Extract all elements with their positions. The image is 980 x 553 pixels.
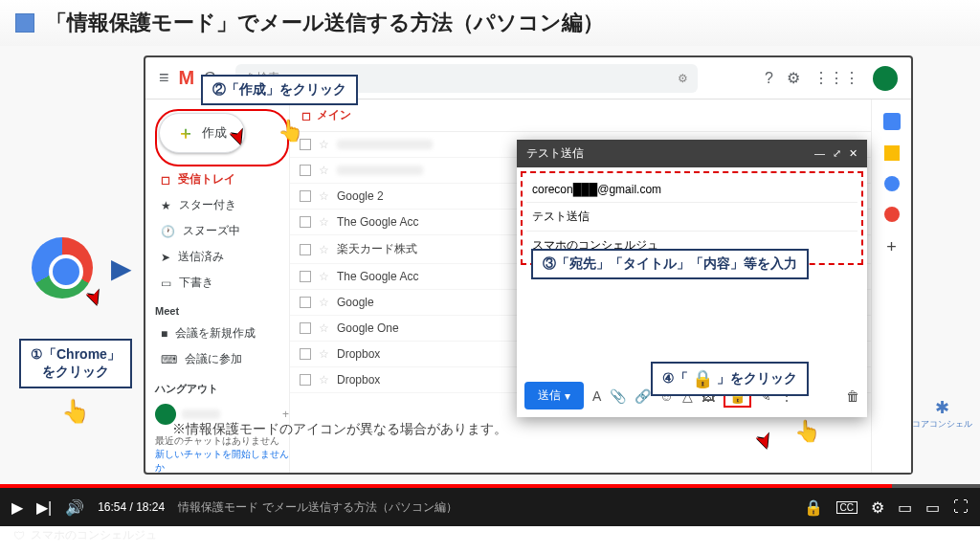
time-display: 16:54 / 18:24 — [98, 500, 165, 514]
theater-button[interactable]: ▭ — [925, 498, 940, 517]
apps-icon[interactable]: ⋮⋮⋮ — [813, 69, 859, 87]
contacts-icon[interactable] — [884, 207, 900, 222]
tune-icon[interactable]: ⚙ — [678, 72, 688, 85]
settings-icon[interactable]: ⚙ — [787, 69, 800, 87]
side-panel: + — [871, 100, 911, 473]
video-title-inline: 情報保護モード でメール送信する方法（パソコン編） — [178, 499, 457, 516]
lock-indicator-icon: 🔒 — [804, 498, 823, 517]
nav-inbox[interactable]: ◻受信トレイ — [155, 166, 289, 192]
calendar-icon[interactable] — [883, 113, 901, 130]
clock-icon: 🕐 — [161, 225, 175, 238]
nav-starred[interactable]: ★スター付き — [155, 192, 289, 218]
footnote-text: ※情報保護モードのアイコンが異なる場合があります。 — [172, 421, 507, 438]
miniplayer-button[interactable]: ▭ — [898, 498, 912, 517]
plus-icon: ＋ — [177, 122, 194, 144]
chat-empty-msg: 最近のチャットはありません 新しいチャットを開始しませんか — [155, 434, 289, 473]
compose-body-space[interactable] — [517, 269, 867, 374]
menu-icon[interactable]: ≡ — [159, 68, 169, 88]
inbox-icon: ◻ — [161, 173, 170, 187]
chat-start-link[interactable]: 新しいチャットを開始しませんか — [155, 449, 289, 473]
compose-header[interactable]: テスト送信 — ⤢ ✕ — [517, 140, 867, 167]
close-icon[interactable]: ✕ — [849, 147, 858, 160]
video-progress[interactable] — [0, 484, 980, 488]
slide-title: 「情報保護モード」でメール送信する方法（パソコン編） — [46, 9, 604, 37]
volume-button[interactable]: 🔊 — [65, 498, 84, 517]
play-button[interactable]: ▶ — [11, 498, 23, 517]
expand-icon[interactable]: ⤢ — [833, 147, 841, 160]
tap-gesture-icon: 👆 — [794, 419, 820, 444]
send-icon: ➤ — [161, 251, 170, 264]
lock-clock-icon: 🔒 — [692, 368, 713, 389]
send-button[interactable]: 送信▾ — [524, 382, 584, 409]
link-icon[interactable]: 🔗 — [635, 388, 651, 404]
captions-button[interactable]: CC — [836, 501, 858, 514]
primary-tab[interactable]: ◻メイン — [290, 100, 911, 132]
nav-drafts[interactable]: ▭下書き — [155, 270, 289, 296]
tap-gesture-icon: 👆 — [19, 398, 132, 425]
attach-icon[interactable]: 📎 — [610, 388, 626, 404]
channel-watermark[interactable]: 🛡 スマホのコンシェルジュ — [13, 527, 157, 543]
tap-gesture-icon: 👆 — [278, 119, 303, 144]
hangouts-header: ハングアウト — [155, 382, 289, 396]
help-icon[interactable]: ? — [765, 70, 773, 87]
keep-icon[interactable] — [884, 145, 900, 161]
meet-new[interactable]: ■会議を新規作成 — [155, 321, 289, 346]
keyboard-icon: ⌨ — [161, 353, 177, 366]
draft-icon: ▭ — [161, 276, 171, 290]
meet-join[interactable]: ⌨会議に参加 — [155, 346, 289, 372]
title-bullet-icon — [15, 13, 34, 33]
video-icon: ■ — [161, 327, 167, 341]
trash-icon[interactable]: 🗑 — [846, 388, 859, 404]
dropdown-icon[interactable]: ▾ — [565, 389, 570, 403]
slide-title-bar: 「情報保護モード」でメール送信する方法（パソコン編） — [0, 0, 980, 46]
meet-header: Meet — [155, 305, 289, 317]
gmail-sidebar: ＋ 作成 ◻受信トレイ ★スター付き 🕐スヌーズ中 ➤送信済み ▭下書き Mee… — [145, 100, 289, 473]
video-player-bar: ▶ ▶| 🔊 16:54 / 18:24 情報保護モード でメール送信する方法（… — [0, 488, 980, 526]
addon-plus-icon[interactable]: + — [886, 237, 897, 257]
format-icon[interactable]: A — [592, 388, 601, 404]
shield-icon: 🛡 — [13, 529, 25, 542]
account-avatar[interactable] — [873, 66, 898, 91]
next-button[interactable]: ▶| — [36, 498, 52, 517]
nav-snoozed[interactable]: 🕐スヌーズ中 — [155, 218, 289, 244]
tasks-icon[interactable] — [884, 176, 900, 191]
fullscreen-button[interactable]: ⛶ — [953, 498, 969, 516]
chrome-launch-block: ▶ ①「Chrome」 をクリック 👆 — [19, 237, 132, 425]
slide-stage: ▶ ①「Chrome」 をクリック 👆 ≡ M G を検索 ⚙ ? ⚙ ⋮⋮⋮ — [0, 46, 980, 484]
minimize-icon[interactable]: — — [814, 147, 825, 160]
to-field[interactable]: corecon███@gmail.com — [526, 177, 858, 203]
star-icon: ★ — [161, 199, 171, 212]
callout-4: ④「 🔒 」をクリック — [651, 362, 809, 396]
brand-logo: ✱ コアコンシェル — [912, 397, 972, 431]
callout-3: ③「宛先」「タイトル」「内容」等を入力 — [531, 249, 809, 279]
settings-button[interactable]: ⚙ — [871, 498, 884, 517]
gmail-logo: M — [179, 67, 195, 89]
compose-title: テスト送信 — [526, 145, 584, 162]
callout-1: ①「Chrome」 をクリック — [19, 339, 132, 388]
nav-sent[interactable]: ➤送信済み — [155, 244, 289, 270]
subject-field[interactable]: テスト送信 — [526, 203, 858, 232]
callout-2: ②「作成」をクリック — [201, 75, 358, 105]
